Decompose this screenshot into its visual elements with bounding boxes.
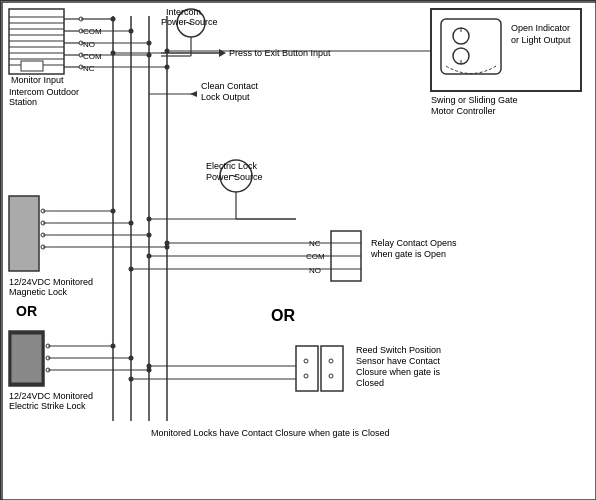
svg-text:Magnetic Lock: Magnetic Lock (9, 287, 68, 297)
svg-point-118 (111, 209, 116, 214)
svg-text:Swing or Sliding Gate: Swing or Sliding Gate (431, 95, 518, 105)
svg-text:Electric Lock: Electric Lock (206, 161, 258, 171)
svg-point-81 (304, 374, 308, 378)
svg-text:Closed: Closed (356, 378, 384, 388)
svg-text:Motor Controller: Motor Controller (431, 106, 496, 116)
svg-text:Power Source: Power Source (161, 17, 218, 27)
svg-text:Monitored Locks have Contact C: Monitored Locks have Contact Closure whe… (151, 428, 390, 438)
svg-text:Press to Exit Button Input: Press to Exit Button Input (229, 48, 331, 58)
svg-point-51 (165, 65, 170, 70)
svg-rect-128 (441, 19, 501, 74)
svg-text:Lock Output: Lock Output (201, 92, 250, 102)
svg-point-119 (129, 221, 134, 226)
svg-rect-11 (21, 61, 43, 71)
svg-rect-105 (11, 334, 42, 383)
svg-rect-78 (296, 346, 318, 391)
svg-text:Clean Contact: Clean Contact (201, 81, 259, 91)
svg-text:Closure when gate is: Closure when gate is (356, 367, 441, 377)
svg-point-127 (147, 368, 152, 373)
svg-point-75 (147, 254, 152, 259)
svg-text:12/24VDC Monitored: 12/24VDC Monitored (9, 391, 93, 401)
svg-point-80 (304, 359, 308, 363)
svg-text:Sensor have Contact: Sensor have Contact (356, 356, 441, 366)
svg-text:COM: COM (83, 52, 102, 61)
svg-text:when gate is Open: when gate is Open (370, 249, 446, 259)
svg-text:Monitor Input: Monitor Input (11, 75, 64, 85)
svg-point-49 (147, 41, 152, 46)
svg-text:NO: NO (83, 40, 95, 49)
svg-rect-79 (321, 346, 343, 391)
svg-text:Open Indicator: Open Indicator (511, 23, 570, 33)
svg-text:Intercom: Intercom (166, 7, 201, 17)
svg-text:Reed Switch Position: Reed Switch Position (356, 345, 441, 355)
svg-point-143 (111, 51, 116, 56)
svg-text:OR: OR (271, 307, 295, 324)
svg-point-125 (111, 344, 116, 349)
svg-point-83 (329, 374, 333, 378)
svg-text:NC: NC (83, 64, 95, 73)
svg-point-91 (129, 377, 134, 382)
svg-text:or Light Output: or Light Output (511, 35, 571, 45)
svg-text:12/24VDC Monitored: 12/24VDC Monitored (9, 277, 93, 287)
svg-text:NO: NO (309, 266, 321, 275)
svg-point-141 (147, 217, 152, 222)
svg-point-120 (147, 233, 152, 238)
svg-point-82 (329, 359, 333, 363)
svg-text:Power Source: Power Source (206, 172, 263, 182)
svg-text:Relay Contact Opens: Relay Contact Opens (371, 238, 457, 248)
svg-point-121 (165, 245, 170, 250)
svg-text:OR: OR (16, 303, 37, 319)
svg-text:Station: Station (9, 97, 37, 107)
svg-text:Electric Strike Lock: Electric Strike Lock (9, 401, 86, 411)
svg-text:Intercom Outdoor: Intercom Outdoor (9, 87, 79, 97)
svg-point-76 (129, 267, 134, 272)
svg-point-48 (129, 29, 134, 34)
wiring-diagram: Monitor Input COM NO COM NC Intercom Out… (0, 0, 596, 500)
svg-point-126 (129, 356, 134, 361)
svg-point-47 (111, 17, 116, 22)
svg-rect-92 (9, 196, 39, 271)
